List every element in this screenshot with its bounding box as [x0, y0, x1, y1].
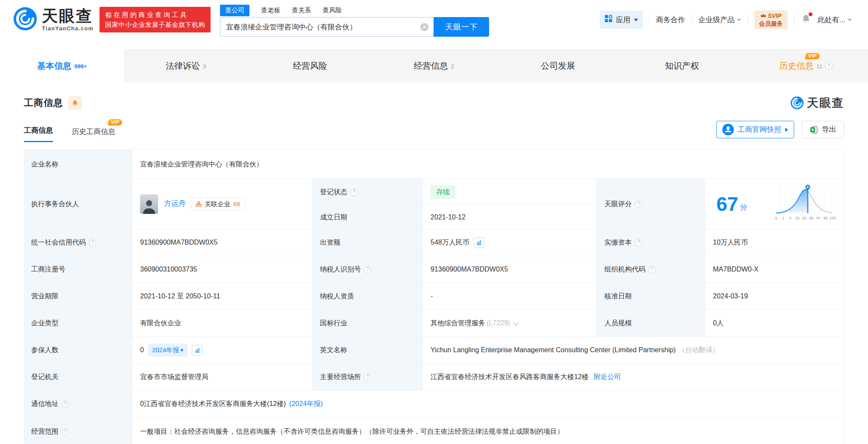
- tianyancha-logo[interactable]: 天眼查 TianYanCha.com: [13, 6, 94, 33]
- brand-name: 天眼查: [42, 8, 94, 24]
- notification-dot: [809, 12, 812, 16]
- search-tab-boss[interactable]: 查老板: [261, 6, 280, 15]
- nearby-companies-link[interactable]: 附近公司: [594, 372, 621, 382]
- business-info-table: 企业名称 宜春浪绫企业管理咨询中心（有限合伙） 执行事务合伙人 方运舟 关联企业…: [24, 149, 844, 444]
- tab-company-development[interactable]: 公司发展: [496, 49, 620, 82]
- divider: [692, 16, 692, 23]
- chevron-down-icon: [737, 19, 741, 21]
- english-name-cell: Yichun Langling Enterprise Management Co…: [423, 337, 844, 363]
- field-label: 国标行业: [312, 310, 423, 336]
- field-label: 统一社会信用代码?: [24, 229, 132, 256]
- help-icon[interactable]: ?: [648, 266, 656, 273]
- help-icon[interactable]: ?: [62, 400, 69, 408]
- notification-bell-button[interactable]: [801, 14, 811, 26]
- business-term-value: 2021-10-12 至 2050-10-11: [132, 283, 312, 310]
- field-label: 登记状态?: [312, 179, 423, 205]
- nav-cooperation[interactable]: 商务合作: [656, 15, 685, 25]
- help-icon[interactable]: ?: [635, 200, 642, 207]
- help-icon[interactable]: ?: [364, 374, 371, 381]
- excel-icon: [809, 126, 818, 134]
- crown-icon: [760, 12, 766, 20]
- divider: [794, 16, 795, 23]
- help-icon[interactable]: ?: [364, 266, 371, 273]
- help-icon[interactable]: ?: [89, 239, 96, 246]
- search-tabs: 查公司 查老板 查关系 查风险: [220, 3, 489, 17]
- official-snapshot-button[interactable]: 工商官网快照: [716, 121, 794, 138]
- search-input[interactable]: [220, 17, 434, 37]
- svip-member-button[interactable]: SVIP 会员服务: [754, 10, 788, 29]
- auto-translate-note: （自动翻译）: [678, 345, 719, 355]
- field-label: 经营范围?: [24, 418, 132, 444]
- help-icon[interactable]: ?: [62, 428, 69, 435]
- search-tab-risk[interactable]: 查风险: [323, 6, 342, 15]
- tianyancha-swirl-icon: [790, 96, 804, 110]
- insured-cell: 0 2024年报: [132, 337, 312, 363]
- nav-enterprise-products[interactable]: 企业级产品: [698, 15, 741, 25]
- capital-chart-button[interactable]: [474, 237, 484, 248]
- person-link[interactable]: 方运舟: [164, 199, 186, 209]
- brand-slogan: 都在用的商业查询工具 国家中小企业发展子基金旗下机构: [100, 7, 211, 32]
- establish-date-value: 2021-10-12: [423, 204, 596, 230]
- field-label: 核准日期: [596, 283, 705, 310]
- business-place-cell: 江西省宜春经济技术开发区春风路客商服务大楼12楼 附近公司: [423, 364, 844, 390]
- subtab-history-business-info[interactable]: 历史工商信息 VIP: [72, 127, 115, 142]
- related-companies-button[interactable]: 关联企业 66: [191, 198, 245, 210]
- table-row: 经营范围? 一般项目：社会经济咨询服务，信息咨询服务（不含许可类信息咨询服务）（…: [24, 418, 844, 444]
- status-badge: 存续: [431, 185, 455, 199]
- field-label: 组织机构代码?: [596, 256, 705, 283]
- svg-text:0: 0: [775, 216, 777, 220]
- field-label: 出资额: [312, 229, 423, 256]
- annual-report-link[interactable]: (2024年报): [289, 399, 323, 409]
- account-menu[interactable]: 此处有...: [818, 15, 852, 25]
- taxpayer-quality-value: -: [423, 283, 596, 310]
- svg-text:1: 1: [782, 216, 784, 220]
- tab-operation-risk[interactable]: 经营风险: [248, 49, 372, 82]
- tab-basic-info[interactable]: 基本信息999+: [0, 49, 124, 82]
- table-row: 通信地址? 0江西省宜春经济技术开发区客商服务大楼(12楼) (2024年报): [24, 391, 844, 418]
- field-label: 通信地址?: [24, 391, 132, 417]
- vip-badge: VIP: [108, 119, 122, 126]
- company-name-value: 宜春浪绫企业管理咨询中心（有限合伙）: [132, 150, 844, 178]
- tab-legal-litigation[interactable]: 法律诉讼3: [124, 49, 248, 82]
- business-scope-value: 一般项目：社会经济咨询服务，信息咨询服务（不含许可类信息咨询服务）（除许可业务外…: [132, 418, 844, 444]
- table-row: 执行事务合伙人 方运舟 关联企业 66 登记状态? 存续 天眼评分?: [24, 179, 844, 229]
- subscribe-bell-button[interactable]: [68, 96, 82, 110]
- search-button[interactable]: 天眼一下: [434, 17, 489, 37]
- annual-report-badge[interactable]: 2024年报: [148, 344, 188, 356]
- help-icon[interactable]: ?: [825, 62, 833, 70]
- field-label: 营业期限: [24, 283, 132, 310]
- table-row: 参保人数 0 2024年报 英文名称 Yichun Langling Enter…: [24, 337, 844, 364]
- org-chart-icon: [196, 201, 202, 207]
- field-label: 企业类型: [24, 310, 132, 336]
- field-label: 企业名称: [24, 150, 132, 178]
- insured-chart-button[interactable]: [192, 345, 202, 356]
- search-tab-company[interactable]: 查公司: [220, 5, 249, 16]
- mail-address-cell: 0江西省宜春经济技术开发区客商服务大楼(12楼) (2024年报): [132, 391, 844, 417]
- help-icon[interactable]: ?: [350, 189, 358, 196]
- person-avatar[interactable]: [140, 194, 158, 214]
- svg-text:3: 3: [789, 216, 791, 220]
- tab-history-info[interactable]: 历史信息 VIP 11 ?: [744, 49, 868, 82]
- brand-domain: TianYanCha.com: [42, 25, 94, 32]
- divider: [748, 16, 748, 23]
- header-nav: 应用 商务合作 企业级产品 SVIP 会员服务: [600, 10, 852, 29]
- svg-text:97: 97: [816, 216, 821, 220]
- reg-number-value: 360900310003735: [132, 256, 312, 283]
- svg-text:100: 100: [829, 216, 836, 220]
- chevron-down-icon[interactable]: [513, 320, 519, 325]
- help-icon[interactable]: ?: [635, 239, 642, 246]
- tianyancha-swirl-icon: [13, 6, 38, 33]
- table-row: 企业类型 有限合伙企业 国标行业 其他综合管理服务 (L7229) 人员规模 0…: [24, 310, 844, 337]
- tab-operation-info[interactable]: 经营信息2: [372, 49, 496, 82]
- export-button[interactable]: 导出: [802, 121, 844, 138]
- svg-text:50: 50: [802, 216, 806, 220]
- apps-menu-button[interactable]: 应用: [600, 11, 643, 29]
- search-area: 查公司 查老板 查关系 查风险 ✕ 天眼一下: [220, 0, 489, 39]
- subtab-business-info[interactable]: 工商信息: [24, 126, 53, 142]
- score-chart-ticks: 0131550859799100: [775, 216, 836, 220]
- registration-status-cell: 存续: [423, 179, 596, 205]
- bar-chart-icon: [476, 240, 482, 245]
- search-tab-relation[interactable]: 查关系: [292, 6, 311, 15]
- tab-intellectual-property[interactable]: 知识产权: [620, 49, 744, 82]
- industry-cell: 其他综合管理服务 (L7229): [423, 310, 596, 336]
